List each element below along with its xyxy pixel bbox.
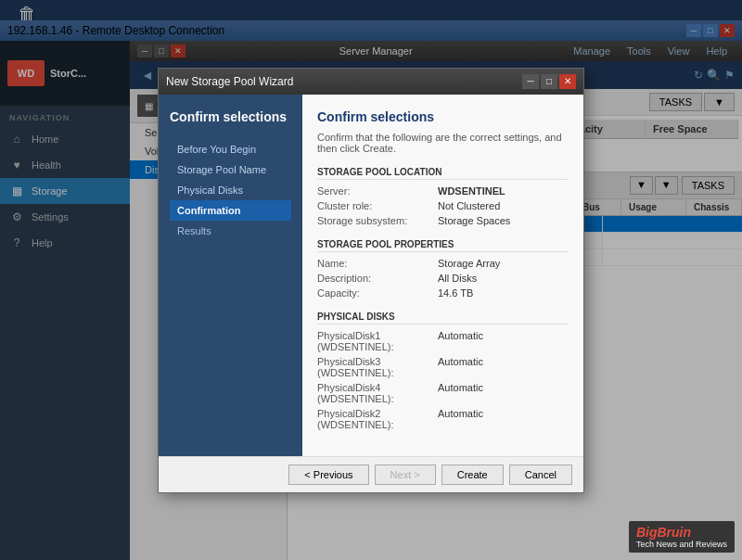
wizard-heading: Confirm selections: [170, 109, 291, 124]
confirm-row-disk2: PhysicalDisk2 (WDSENTINEL): Automatic: [317, 406, 569, 432]
confirm-label-disk4: PhysicalDisk4 (WDSENTINEL):: [317, 382, 438, 404]
wizard-maximize-button[interactable]: □: [541, 74, 557, 89]
wizard-footer: < Previous Next > Create Cancel: [159, 456, 583, 492]
wizard-step-confirm[interactable]: Confirmation: [170, 200, 291, 221]
confirm-row-disk1: PhysicalDisk1 (WDSENTINEL): Automatic: [317, 328, 569, 354]
next-button[interactable]: Next >: [375, 465, 436, 485]
wizard-overlay: New Storage Pool Wizard ─ □ ✕ Confirm se…: [0, 0, 742, 560]
confirm-location-title: STORAGE POOL LOCATION: [317, 165, 569, 180]
confirm-location-section: STORAGE POOL LOCATION Server: WDSENTINEL…: [317, 165, 569, 228]
confirm-label-name: Name:: [317, 258, 438, 269]
confirm-label-cluster: Cluster role:: [317, 200, 438, 211]
confirm-row-desc: Description: All Disks: [317, 271, 569, 286]
confirm-value-server: WDSENTINEL: [438, 185, 505, 197]
watermark-tagline: Tech News and Reviews: [636, 540, 727, 549]
confirm-value-cluster: Not Clustered: [438, 200, 500, 211]
wizard-titlebar: New Storage Pool Wizard ─ □ ✕: [159, 69, 583, 95]
watermark-brand: BigBruin: [636, 525, 727, 540]
wizard-title: New Storage Pool Wizard: [166, 75, 293, 88]
wizard-body: Confirm selections Before You Begin Stor…: [159, 95, 583, 456]
wizard-window-controls: ─ □ ✕: [522, 74, 576, 89]
confirm-properties-title: STORAGE POOL PROPERTIES: [317, 237, 569, 252]
confirm-value-disk1: Automatic: [438, 330, 483, 352]
wizard-step-disks[interactable]: Physical Disks: [170, 180, 291, 200]
confirm-row-disk3: PhysicalDisk3 (WDSENTINEL): Automatic: [317, 354, 569, 380]
confirm-value-disk4: Automatic: [438, 382, 483, 404]
confirm-label-disk2: PhysicalDisk2 (WDSENTINEL):: [317, 408, 438, 430]
confirm-row-cluster: Cluster role: Not Clustered: [317, 198, 569, 213]
confirm-label-subsystem: Storage subsystem:: [317, 215, 438, 226]
wizard-minimize-button[interactable]: ─: [522, 74, 539, 89]
confirm-label-desc: Description:: [317, 273, 438, 284]
wizard-step-name[interactable]: Storage Pool Name: [170, 159, 291, 180]
wizard-step-results[interactable]: Results: [170, 221, 291, 241]
confirm-row-disk4: PhysicalDisk4 (WDSENTINEL): Automatic: [317, 380, 569, 406]
create-button[interactable]: Create: [441, 465, 504, 485]
wizard-dialog: New Storage Pool Wizard ─ □ ✕ Confirm se…: [158, 68, 584, 493]
confirm-label-disk1: PhysicalDisk1 (WDSENTINEL):: [317, 330, 438, 352]
confirm-value-disk2: Automatic: [438, 408, 483, 430]
watermark: BigBruin Tech News and Reviews: [629, 521, 735, 553]
confirm-label-disk3: PhysicalDisk3 (WDSENTINEL):: [317, 356, 438, 378]
confirm-row-name: Name: Storage Array: [317, 256, 569, 271]
previous-button[interactable]: < Previous: [288, 465, 368, 485]
wizard-step-before[interactable]: Before You Begin: [170, 139, 291, 159]
confirm-row-capacity: Capacity: 14.6 TB: [317, 286, 569, 300]
wizard-page-title: Confirm selections: [317, 109, 569, 124]
confirm-value-name: Storage Array: [438, 258, 500, 269]
wizard-close-button[interactable]: ✕: [559, 74, 576, 89]
desktop: 🗑 Recycle Bin 192.168.1.46 - Remote Desk…: [0, 0, 742, 560]
confirm-value-desc: All Disks: [438, 273, 477, 284]
wizard-main: Confirm selections Confirm that the foll…: [302, 95, 583, 456]
confirm-physical-disks-section: PHYSICAL DISKS PhysicalDisk1 (WDSENTINEL…: [317, 310, 569, 432]
wizard-page-desc: Confirm that the following are the corre…: [317, 132, 569, 154]
confirm-properties-section: STORAGE POOL PROPERTIES Name: Storage Ar…: [317, 237, 569, 300]
confirm-physical-disks-title: PHYSICAL DISKS: [317, 310, 569, 325]
confirm-label-server: Server:: [317, 185, 438, 197]
confirm-value-capacity: 14.6 TB: [438, 287, 473, 299]
cancel-button[interactable]: Cancel: [509, 465, 572, 485]
confirm-value-subsystem: Storage Spaces: [438, 215, 510, 226]
confirm-row-server: Server: WDSENTINEL: [317, 184, 569, 198]
confirm-label-capacity: Capacity:: [317, 287, 438, 299]
wizard-sidebar: Confirm selections Before You Begin Stor…: [159, 95, 302, 456]
confirm-value-disk3: Automatic: [438, 356, 483, 378]
confirm-row-subsystem: Storage subsystem: Storage Spaces: [317, 213, 569, 228]
